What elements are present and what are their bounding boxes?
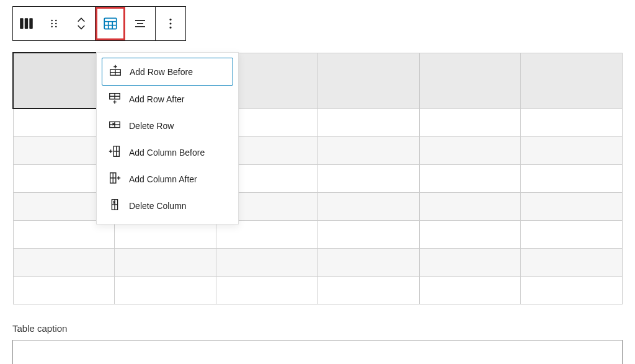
table-cell[interactable] [419, 192, 521, 220]
dropdown-item-label: Add Column After [129, 174, 197, 184]
svg-rect-1 [25, 18, 28, 29]
align-icon [133, 16, 148, 31]
block-type-button[interactable] [13, 7, 40, 40]
table-header-cell[interactable] [419, 53, 521, 109]
svg-point-8 [55, 26, 57, 28]
svg-point-3 [51, 20, 53, 22]
dropdown-item-label: Add Row Before [130, 67, 193, 77]
delete-col-icon [108, 198, 122, 213]
table-cell[interactable] [419, 220, 521, 248]
table-cell[interactable] [115, 276, 216, 304]
svg-point-17 [169, 19, 171, 20]
add-col-after-icon [108, 171, 122, 187]
dropdown-item-add-row-before[interactable]: Add Row Before [102, 58, 233, 86]
table-cell[interactable] [318, 109, 419, 136]
svg-rect-9 [104, 18, 117, 29]
toolbar-group-block [13, 7, 95, 40]
svg-rect-0 [20, 18, 23, 29]
move-buttons[interactable] [68, 7, 95, 40]
dropdown-item-add-col-before[interactable]: Add Column Before [102, 139, 233, 166]
svg-point-4 [55, 20, 57, 22]
edit-table-icon [102, 16, 118, 32]
more-options-button[interactable] [156, 7, 185, 40]
chevron-down-icon [76, 24, 87, 30]
table-cell[interactable] [318, 164, 419, 192]
delete-row-icon [108, 118, 122, 133]
add-col-before-icon [108, 144, 122, 160]
toolbar-group-table [95, 7, 156, 40]
table-cell[interactable] [521, 248, 623, 276]
table-cell[interactable] [419, 164, 521, 192]
dropdown-item-delete-col[interactable]: Delete Column [102, 192, 233, 219]
caption-input[interactable] [12, 340, 623, 365]
table-header-cell[interactable] [521, 53, 623, 109]
table-cell[interactable] [318, 192, 419, 220]
table-cell[interactable] [521, 276, 623, 304]
table-block-icon [19, 16, 35, 32]
table-cell[interactable] [318, 136, 419, 164]
drag-icon [48, 17, 60, 30]
drag-handle[interactable] [40, 7, 68, 40]
svg-point-18 [169, 22, 171, 24]
svg-point-7 [51, 26, 53, 28]
dropdown-item-delete-row[interactable]: Delete Row [102, 112, 233, 139]
dropdown-item-label: Delete Column [129, 201, 187, 211]
table-cell[interactable] [521, 136, 623, 164]
table-cell[interactable] [419, 109, 521, 136]
add-row-before-icon [109, 64, 122, 79]
table-cell[interactable] [419, 248, 521, 276]
block-toolbar [12, 6, 186, 41]
table-row [13, 276, 623, 304]
table-cell[interactable] [521, 220, 623, 248]
table-edit-dropdown: Add Row BeforeAdd Row AfterDelete RowAdd… [96, 52, 239, 224]
table-cell[interactable] [115, 248, 216, 276]
align-button[interactable] [125, 7, 155, 40]
add-row-after-icon [108, 91, 122, 107]
table-cell[interactable] [521, 109, 623, 136]
table-cell[interactable] [521, 192, 623, 220]
dropdown-item-add-row-after[interactable]: Add Row After [102, 86, 233, 112]
more-vertical-icon [164, 17, 177, 30]
table-cell[interactable] [521, 164, 623, 192]
table-cell[interactable] [419, 136, 521, 164]
table-header-cell[interactable] [318, 53, 419, 109]
edit-table-button[interactable] [95, 7, 125, 40]
svg-rect-2 [29, 18, 32, 29]
table-cell[interactable] [318, 276, 419, 304]
svg-point-5 [51, 23, 53, 25]
table-cell[interactable] [216, 276, 318, 304]
table-row [13, 248, 623, 276]
dropdown-item-add-col-after[interactable]: Add Column After [102, 166, 233, 192]
svg-point-19 [169, 27, 171, 29]
table-cell[interactable] [318, 220, 419, 248]
caption-label: Table caption [12, 323, 623, 334]
toolbar-group-more [156, 7, 185, 40]
dropdown-item-label: Delete Row [129, 121, 174, 131]
chevron-up-icon [76, 17, 87, 24]
table-cell[interactable] [318, 248, 419, 276]
svg-point-6 [55, 23, 57, 25]
dropdown-item-label: Add Row After [129, 94, 185, 104]
table-cell[interactable] [216, 248, 318, 276]
table-cell[interactable] [13, 248, 115, 276]
table-cell[interactable] [13, 276, 115, 304]
table-cell[interactable] [419, 276, 521, 304]
dropdown-item-label: Add Column Before [129, 148, 205, 158]
